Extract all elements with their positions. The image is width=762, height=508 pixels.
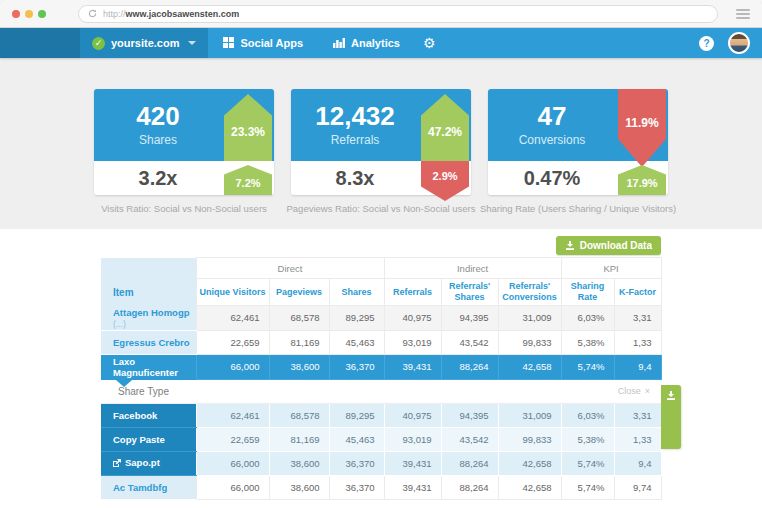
cell: 40,975 — [384, 306, 441, 331]
trend-down-badge: 2.9% — [421, 161, 469, 201]
table-row[interactable]: Egressus Crebro 22,659 81,169 45,463 93,… — [101, 330, 661, 354]
column-header[interactable]: Sharing Rate — [561, 279, 614, 306]
row-item-label[interactable]: Ac Tamdbfg — [101, 475, 196, 499]
cell: 88,264 — [441, 354, 498, 379]
kpi-label: Conversions — [488, 133, 616, 147]
cell: 88,264 — [441, 475, 498, 499]
browser-menu-icon[interactable] — [736, 9, 750, 19]
cell: 39,431 — [384, 451, 441, 475]
table-row[interactable]: Attagen Homogp (...) 62,461 68,578 89,29… — [101, 306, 661, 331]
table-row-selected[interactable]: Laxo Magnuficenter 66,000 38,600 36,370 … — [101, 354, 661, 379]
column-header[interactable]: Unique Visitors — [196, 279, 269, 306]
cell: 38,600 — [269, 475, 329, 499]
column-header[interactable]: Pageviews — [269, 279, 329, 306]
cell: 89,295 — [329, 306, 384, 331]
cell: 62,461 — [196, 306, 269, 331]
close-window-icon[interactable] — [12, 10, 20, 18]
column-header[interactable]: Referrals — [384, 279, 441, 306]
cell: 42,658 — [498, 475, 561, 499]
cell: 31,009 — [498, 403, 561, 427]
cell: 81,169 — [269, 427, 329, 451]
group-header-direct: Direct — [196, 258, 384, 279]
cell: 5,74% — [561, 475, 614, 499]
row-item-label[interactable]: Egressus Crebro — [101, 330, 196, 354]
cell: 5,38% — [561, 427, 614, 451]
group-header-indirect: Indirect — [384, 258, 561, 279]
close-panel-button[interactable]: Close × — [618, 386, 650, 396]
share-type-row[interactable]: Facebook 62,461 68,578 89,295 40,975 94,… — [101, 403, 661, 427]
share-type-row[interactable]: Sapo.pt 66,000 38,600 36,370 39,431 88,2… — [101, 451, 661, 475]
cell: 9,4 — [614, 354, 661, 379]
column-header[interactable]: Referrals' Shares — [441, 279, 498, 306]
window-controls[interactable] — [12, 10, 46, 18]
column-header[interactable]: Referrals' Conversions — [498, 279, 561, 306]
table-row[interactable]: Ac Tamdbfg 66,000 38,600 36,370 39,431 8… — [101, 475, 661, 499]
settings-gear-icon[interactable]: ⚙ — [415, 35, 444, 51]
cell: 1,33 — [614, 427, 661, 451]
row-item-label[interactable]: Laxo Magnuficenter — [101, 354, 196, 379]
cell: 68,578 — [269, 403, 329, 427]
cell: 5,74% — [561, 451, 614, 475]
external-link-icon — [113, 458, 121, 469]
help-button[interactable]: ? — [699, 36, 714, 51]
cell: 36,370 — [329, 475, 384, 499]
analytics-table: Item Direct Indirect KPI Unique Visitors… — [101, 257, 662, 500]
cell: 43,542 — [441, 330, 498, 354]
browser-chrome: http://www.jacobsawensten.com — [0, 0, 762, 28]
cell: 99,833 — [498, 330, 561, 354]
cell: 5,38% — [561, 330, 614, 354]
column-header[interactable]: K-Factor — [614, 279, 661, 306]
share-type-item-label[interactable]: Sapo.pt — [101, 451, 196, 475]
export-share-types-button[interactable] — [661, 385, 681, 449]
maximize-window-icon[interactable] — [38, 10, 46, 18]
share-type-panel-header: Share Type Close × — [101, 379, 661, 403]
browser-window: http://www.jacobsawensten.com ✓ yoursite… — [0, 0, 762, 508]
cell: 89,295 — [329, 403, 384, 427]
user-avatar[interactable] — [728, 32, 750, 54]
url-host: www.jacobsawensten.com — [126, 9, 240, 19]
cell: 6,03% — [561, 403, 614, 427]
nav-item-analytics[interactable]: Analytics — [318, 28, 415, 58]
grid-icon — [223, 37, 234, 50]
chevron-down-icon — [188, 41, 196, 45]
address-bar[interactable]: http://www.jacobsawensten.com — [78, 5, 718, 23]
site-switcher-dropdown[interactable]: ✓ yoursite.com — [80, 28, 208, 58]
url-scheme: http:// — [103, 9, 126, 19]
refresh-icon[interactable] — [88, 9, 97, 18]
minimize-window-icon[interactable] — [25, 10, 33, 18]
cell: 38,600 — [269, 451, 329, 475]
cell: 6,03% — [561, 306, 614, 331]
nav-item-social-apps[interactable]: Social Apps — [208, 28, 318, 58]
cell: 94,395 — [441, 306, 498, 331]
share-type-row[interactable]: Copy Paste 22,659 81,169 45,463 93,019 4… — [101, 427, 661, 451]
cell: 62,461 — [196, 403, 269, 427]
nav-item-label: Analytics — [351, 37, 400, 49]
download-data-button[interactable]: Download Data — [556, 236, 661, 255]
kpi-value: 47 — [488, 103, 616, 129]
row-item-label[interactable]: Attagen Homogp (...) — [101, 306, 196, 331]
cell: 45,463 — [329, 427, 384, 451]
navbar-left-block — [0, 28, 80, 58]
cell: 9,74 — [614, 475, 661, 499]
bar-chart-icon — [333, 37, 345, 50]
cell: 66,000 — [196, 451, 269, 475]
cell: 93,019 — [384, 330, 441, 354]
cell: 3,31 — [614, 403, 661, 427]
cell: 39,431 — [384, 475, 441, 499]
share-type-item-label[interactable]: Facebook — [101, 403, 196, 427]
kpi-label: Referrals — [291, 133, 419, 147]
analytics-table-section: Download Data Item Direct Indirect KPI — [0, 229, 762, 508]
cell: 99,833 — [498, 427, 561, 451]
kpi-card-referrals: 12,432 Referrals 47.2% 8.3x 2.9% Pagevie… — [291, 89, 471, 214]
cell: 66,000 — [196, 475, 269, 499]
cell: 81,169 — [269, 330, 329, 354]
share-type-item-label[interactable]: Copy Paste — [101, 427, 196, 451]
nav-item-label: Social Apps — [240, 37, 303, 49]
cell: 31,009 — [498, 306, 561, 331]
kpi-value: 12,432 — [291, 103, 419, 129]
column-header[interactable]: Shares — [329, 279, 384, 306]
ratio-value: 3.2x — [94, 167, 222, 190]
column-header-item[interactable]: Item — [101, 258, 196, 306]
cell: 45,463 — [329, 330, 384, 354]
site-verified-icon: ✓ — [92, 37, 105, 50]
